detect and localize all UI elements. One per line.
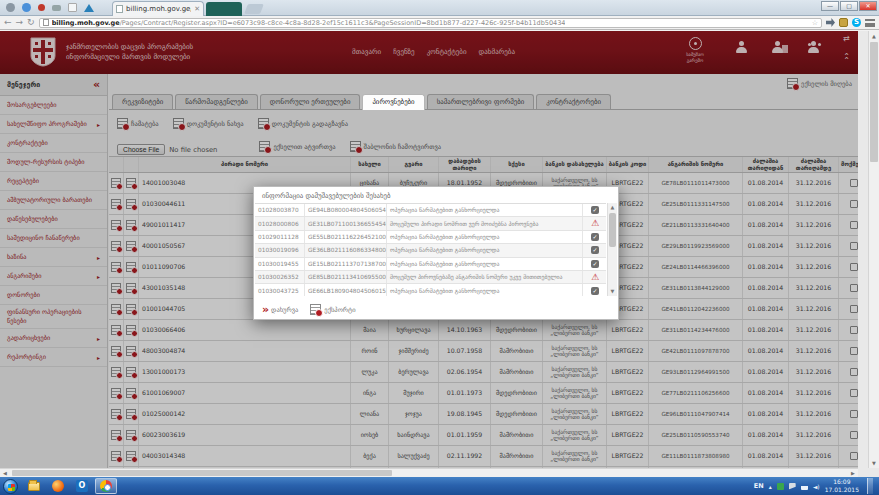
modal-result-row: 01030026352GE85LB0211134106955000მოცემულ… [255, 271, 606, 284]
success-icon: ✓ [591, 246, 599, 254]
pinned-tab-favicon[interactable] [6, 3, 15, 12]
explorer-icon [28, 482, 40, 491]
modal-cell: ოპერაცია წარმატებით განხორციელდა [387, 204, 583, 216]
browser-tab-secondary[interactable] [206, 2, 242, 16]
menu-icon[interactable] [865, 19, 875, 27]
modal-scrollbar[interactable]: ▲ ▼ [607, 203, 617, 296]
url-text: billing.moh.gov.ge/Pages/Contract/Regist… [52, 19, 566, 27]
modal-cell: GE66LB1809048045060155 [305, 284, 387, 296]
scroll-up-icon[interactable]: ▲ [869, 31, 879, 41]
modal-close-chevrons-icon: » [262, 304, 268, 315]
pinned-tab-favicon[interactable] [68, 3, 77, 12]
modal-result-row: 01030019096GE36LB0211160863348000ოპერაცი… [255, 244, 606, 257]
explorer-taskbar-button[interactable] [23, 478, 45, 494]
scrollbar-thumb[interactable] [12, 470, 392, 476]
tab-close-icon[interactable]: ✕ [194, 6, 200, 13]
modal-cell: GE94LB0800048045060543 [305, 204, 387, 216]
system-tray: EN ▴ ◄) 16:09 17.01.2015 [754, 478, 879, 494]
taskbar: O EN ▴ ◄) 16:09 17.01.2015 [0, 477, 879, 495]
volume-icon[interactable]: ◄) [813, 483, 820, 490]
pinned-tab-favicon[interactable] [84, 4, 94, 12]
url-domain: billing.moh.gov.ge [52, 19, 120, 27]
modal-footer: » დახურვა ექსპორტი [262, 304, 356, 315]
new-tab-button[interactable] [244, 4, 264, 14]
close-button[interactable]: ✕ [859, 1, 877, 11]
browser-tabstrip: billing.moh.gov.ge/Pages ✕ — ▢ ✕ [0, 0, 879, 16]
modal-status-cell: ✓ [583, 231, 606, 243]
vertical-scrollbar[interactable]: ▲ ▼ [868, 31, 879, 468]
modal-cell: მოცემულ პიროვნებაზე ანგარიშის ნომერი უკვ… [387, 271, 583, 283]
start-button[interactable] [3, 479, 18, 494]
outlook-taskbar-button[interactable]: O [71, 478, 93, 494]
pinned-tab-favicon[interactable] [38, 4, 45, 11]
outlook-icon: O [76, 480, 88, 492]
network-icon[interactable] [801, 483, 808, 490]
success-icon: ✓ [591, 287, 599, 295]
modal-cell: 01029011128 [255, 231, 305, 243]
modal-title: ინფორმაცია დამუშავებულების შესახებ [254, 187, 618, 203]
pinned-tabs[interactable] [6, 3, 94, 12]
horizontal-scrollbar[interactable]: ◀ ▶ [0, 468, 858, 477]
modal-results-table: 01028003870GE94LB0800048045060543ოპერაცი… [255, 203, 606, 296]
modal-cell: 01030019455 [255, 258, 305, 270]
browser-viewport: ჯანმრთელობის დაცვის პროგრამების ინფორმაც… [0, 31, 879, 477]
success-icon: ✓ [591, 260, 599, 268]
modal-cell: მოცემული პირადი ნომრით ვერ მოიძებნა პირო… [387, 217, 583, 229]
url-bar[interactable]: billing.moh.gov.ge/Pages/Contract/Regist… [39, 18, 822, 28]
modal-close-button[interactable]: » დახურვა [262, 304, 298, 315]
modal-cell: 01030043725 [255, 284, 305, 296]
skype-icon[interactable]: S [852, 18, 861, 27]
modal-cell: GE55LB0211162264521000 [305, 231, 387, 243]
language-indicator[interactable]: EN [754, 482, 764, 490]
show-hidden-icons[interactable]: ▴ [769, 483, 772, 490]
modal-export-label: ექსპორტი [324, 306, 355, 314]
scroll-left-icon[interactable]: ◀ [0, 469, 10, 477]
pinned-tab-favicon[interactable] [22, 3, 31, 12]
scrollbar-thumb[interactable] [870, 42, 878, 162]
bookmark-star-icon[interactable]: ☆ [812, 19, 818, 27]
scrollbar-thumb[interactable] [609, 213, 616, 247]
maximize-button[interactable]: ▢ [840, 1, 858, 11]
export-icon [310, 304, 321, 315]
chrome-taskbar-button[interactable] [95, 478, 117, 494]
warning-icon: ⚠ [591, 273, 599, 282]
modal-status-cell: ✓ [583, 204, 606, 216]
extension-icon[interactable] [839, 18, 848, 27]
taskbar-clock[interactable]: 16:09 17.01.2015 [825, 478, 859, 494]
modal-cell: 01028000806 [255, 217, 305, 229]
firefox-taskbar-button[interactable] [47, 478, 69, 494]
minimize-button[interactable]: — [821, 1, 839, 11]
modal-cell: GE15LB0211137071387000 [305, 258, 387, 270]
scroll-up-icon[interactable]: ▲ [608, 203, 617, 212]
back-icon[interactable]: ← [4, 18, 12, 27]
modal-cell: 01028003870 [255, 204, 305, 216]
modal-status-cell: ⚠ [583, 271, 606, 283]
tray-status-icon[interactable] [777, 483, 784, 490]
tray-flag-icon[interactable] [789, 483, 796, 490]
browser-tab-active[interactable]: billing.moh.gov.ge/Pages ✕ [112, 1, 204, 16]
refresh-icon[interactable]: ↻ [27, 18, 35, 27]
page-icon[interactable] [43, 19, 49, 26]
modal-status-cell: ⚠ [583, 217, 606, 229]
modal-cell: ოპერაცია წარმატებით განხორციელდა [387, 284, 583, 296]
url-path: /Pages/Contract/Register.aspx?ID=e6073c9… [120, 19, 566, 27]
show-desktop-button[interactable] [867, 478, 873, 494]
chrome-icon [100, 480, 112, 492]
pinned-tab-favicon[interactable] [52, 5, 61, 11]
modal-result-row: 01030043725GE66LB1809048045060155ოპერაცი… [255, 284, 606, 296]
scroll-down-icon[interactable]: ▼ [869, 458, 879, 468]
scroll-right-icon[interactable]: ▶ [848, 469, 858, 477]
modal-status-cell: ✓ [583, 244, 606, 256]
forward-icon[interactable]: → [16, 18, 24, 27]
browser-toolbar: ← → ↻ billing.moh.gov.ge/Pages/Contract/… [0, 16, 879, 30]
modal-cell: 01030019096 [255, 244, 305, 256]
modal-cell: ოპერაცია წარმატებით განხორციელდა [387, 258, 583, 270]
modal-export-button[interactable]: ექსპორტი [310, 304, 355, 315]
modal-result-row: 01028000806GE31LB0711001366554540მოცემულ… [255, 217, 606, 230]
modal-result-row: 01030019455GE15LB0211137071387000ოპერაცი… [255, 258, 606, 271]
firefox-icon [52, 480, 64, 492]
tab-active[interactable]: პიროვნებები [362, 94, 424, 110]
clock-date: 17.01.2015 [825, 486, 859, 493]
scroll-down-icon[interactable]: ▼ [608, 287, 617, 296]
extension-arrow-icon[interactable] [826, 18, 835, 27]
